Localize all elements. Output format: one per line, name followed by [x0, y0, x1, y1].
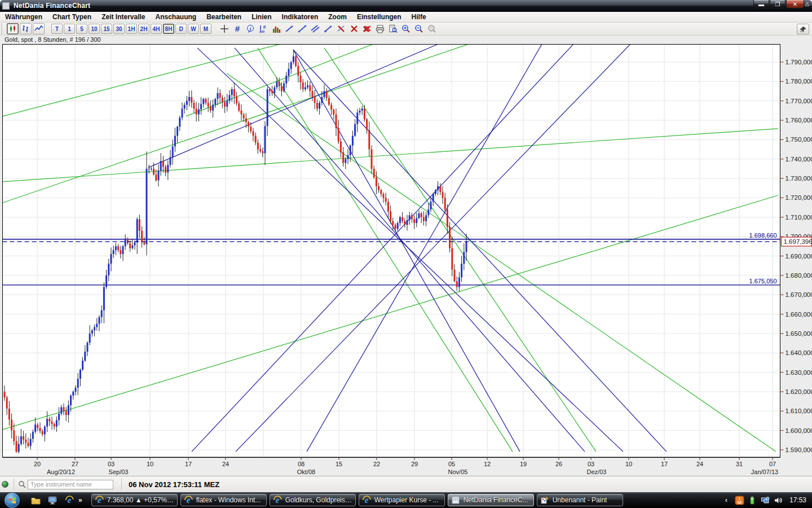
svg-text:05: 05	[448, 461, 455, 467]
task-button-unbenannt-paint[interactable]: Unbenannt - Paint	[537, 494, 623, 506]
svg-text:1.770,000: 1.770,000	[785, 98, 812, 104]
tray-battery-icon[interactable]	[748, 496, 757, 505]
tool-trend-line-button[interactable]	[283, 23, 295, 34]
restore-button[interactable]: ❐	[770, 0, 785, 8]
toolbar-grip[interactable]	[1, 24, 4, 34]
tool-delete-button[interactable]	[348, 23, 360, 34]
tool-remove-trend-button[interactable]	[335, 23, 347, 34]
svg-text:1.640,000: 1.640,000	[785, 349, 812, 356]
tray-volume-icon[interactable]	[774, 496, 783, 505]
menu-item-indikatoren[interactable]: Indikatoren	[277, 12, 324, 23]
menu-item-w-hrungen[interactable]: Währungen	[0, 12, 47, 23]
tray-chevron[interactable]: ‹	[725, 496, 727, 504]
quicklaunch-folder[interactable]	[30, 494, 41, 506]
svg-text:1.680,000: 1.680,000	[785, 272, 812, 279]
interval-30-button[interactable]: 30	[113, 24, 125, 34]
task-button-goldkurs-goldpreis[interactable]: eGoldkurs, Goldpreis,...	[270, 494, 356, 506]
menu-item-chart-typen[interactable]: Chart Typen	[47, 12, 96, 23]
svg-text:Sep/03: Sep/03	[109, 468, 129, 475]
menu-item-hilfe[interactable]: Hilfe	[407, 12, 431, 23]
interval-8h-button[interactable]: 8H	[163, 24, 174, 34]
tool-trend-channel-button[interactable]	[309, 23, 321, 34]
interval-t-button[interactable]: T	[51, 24, 63, 34]
chart-type-candlestick-button[interactable]	[7, 23, 19, 34]
java-icon	[735, 496, 744, 505]
svg-text:17: 17	[661, 461, 668, 467]
chart-type-line-chart-button[interactable]	[33, 23, 45, 34]
interval-1h-button[interactable]: 1H	[126, 24, 137, 34]
interval-w-button[interactable]: W	[188, 24, 199, 34]
status-bar: 06 Nov 2012 17:53:11 MEZ	[0, 476, 812, 492]
quicklaunch-desktop[interactable]	[47, 494, 58, 506]
interval-15-button[interactable]: 15	[101, 24, 112, 34]
delete-icon	[350, 24, 359, 33]
tool-print-preview-button[interactable]	[387, 23, 399, 34]
svg-text:1.650,000: 1.650,000	[785, 330, 812, 337]
connection-status-icon	[2, 481, 8, 488]
bar-count-icon: #	[259, 24, 268, 33]
quicklaunch-overflow-chevron[interactable]: »	[78, 496, 82, 504]
svg-text:10: 10	[147, 461, 153, 467]
interval-2h-button[interactable]: 2H	[138, 24, 149, 34]
start-button[interactable]	[5, 493, 20, 508]
task-button-netdania-financec[interactable]: NetDania FinanceC...	[448, 494, 534, 506]
tool-bar-count-button[interactable]: #	[257, 23, 269, 34]
taskbar-clock[interactable]: 17:53	[789, 496, 806, 504]
task-button-wertpapier-kurse[interactable]: eWertpapier Kurse - ...	[359, 494, 445, 506]
menu-item-einstellungen[interactable]: Einstellungen	[352, 12, 407, 23]
tool-hash-grid-button[interactable]: #	[231, 23, 243, 34]
window-title: NetDania FinanceChart	[14, 2, 90, 10]
instrument-search-input[interactable]	[28, 480, 113, 489]
menu-item-zeit-intervalle[interactable]: Zeit Intervalle	[96, 12, 150, 23]
volume-icon	[272, 24, 281, 33]
titlebar: NetDania FinanceChart ▬ ❐ ✕ ⚠	[0, 0, 812, 12]
menu-item-linien[interactable]: Linien	[246, 12, 276, 23]
quicklaunch-internet-explorer[interactable]: e	[64, 494, 75, 506]
tool-info-balloon-button[interactable]: i	[244, 23, 256, 34]
chart-canvas[interactable]: 1.698,6601.675,0501.790,0001.780,0001.77…	[0, 44, 812, 476]
interval-1-button[interactable]: 1	[64, 24, 75, 34]
menu-item-bearbeiten[interactable]: Bearbeiten	[201, 12, 246, 23]
close-button[interactable]: ✕	[786, 0, 804, 8]
tray-network-icon[interactable]	[761, 496, 770, 505]
pin-button[interactable]	[797, 24, 809, 34]
tool-volume-button[interactable]	[270, 23, 282, 34]
menu-item-anschauung[interactable]: Anschauung	[151, 12, 202, 23]
tool-trend-line-extended-button[interactable]	[296, 23, 308, 34]
trend-ray-icon	[324, 24, 333, 33]
info-balloon-icon: i	[246, 24, 255, 33]
delete-all-icon	[363, 24, 372, 33]
svg-text:1.630,000: 1.630,000	[785, 369, 812, 376]
interval-d-button[interactable]: D	[175, 24, 187, 34]
task-button-flatex-windows-int[interactable]: eflatex - Windows Int...	[180, 494, 267, 506]
trend-channel-icon	[311, 24, 320, 33]
task-button-7-368-00-0-57[interactable]: e7.368,00 ▲ +0,57% |...	[91, 494, 178, 506]
tool-print-button[interactable]	[374, 23, 386, 34]
svg-text:1.710,000: 1.710,000	[785, 214, 812, 221]
svg-text:29: 29	[411, 461, 418, 467]
crosshair-icon	[220, 24, 229, 33]
system-tray: ‹ 17:53	[722, 496, 812, 505]
tool-zoom-reset-button[interactable]	[426, 23, 438, 34]
interval-4h-button[interactable]: 4H	[151, 24, 162, 34]
price-axis: 1.790,0001.780,0001.770,0001.760,0001.75…	[781, 59, 812, 453]
chart-type-ohlc-bars-button[interactable]	[20, 23, 32, 34]
tool-zoom-out-button[interactable]	[413, 23, 425, 34]
tool-trend-ray-button[interactable]	[322, 23, 334, 34]
candlestick-icon	[8, 24, 17, 33]
interval-m-button[interactable]: M	[200, 24, 211, 34]
svg-text:20: 20	[34, 461, 41, 467]
interval-10-button[interactable]: 10	[89, 24, 100, 34]
svg-text:03: 03	[108, 461, 114, 467]
task-label: NetDania FinanceC...	[464, 496, 528, 504]
folder-icon	[31, 496, 41, 505]
tool-delete-all-button[interactable]	[361, 23, 373, 34]
print-preview-icon	[389, 24, 398, 33]
search-icon	[18, 480, 26, 488]
tool-zoom-in-button[interactable]	[400, 23, 412, 34]
interval-5-button[interactable]: 5	[76, 24, 87, 34]
tray-java-icon[interactable]	[735, 496, 744, 505]
menu-item-zoom[interactable]: Zoom	[323, 12, 352, 23]
tool-crosshair-button[interactable]	[218, 23, 230, 34]
minimize-button[interactable]: ▬	[753, 0, 769, 8]
